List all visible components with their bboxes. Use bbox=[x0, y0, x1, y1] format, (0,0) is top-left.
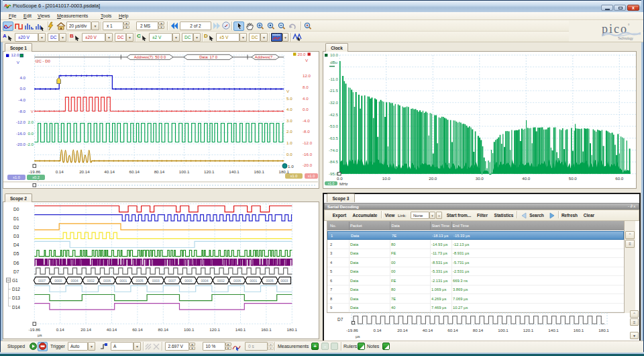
svg-text:D13: D13 bbox=[12, 296, 20, 300]
svg-text:0.14: 0.14 bbox=[56, 327, 65, 332]
svg-text:50.0: 50.0 bbox=[569, 176, 578, 181]
svg-text:D14: D14 bbox=[12, 305, 20, 310]
svg-text:100.1: 100.1 bbox=[179, 169, 190, 174]
svg-text:20.14: 20.14 bbox=[397, 328, 408, 332]
svg-text:160.1: 160.1 bbox=[574, 328, 584, 332]
svg-text:0001: 0001 bbox=[119, 279, 127, 283]
svg-text:10.0: 10.0 bbox=[330, 52, 339, 57]
svg-text:80.14: 80.14 bbox=[158, 327, 169, 332]
svg-text:20.14: 20.14 bbox=[79, 169, 90, 174]
svg-text:1.0: 1.0 bbox=[286, 140, 292, 145]
svg-text:0001: 0001 bbox=[250, 279, 257, 283]
svg-text:20.14: 20.14 bbox=[80, 327, 91, 332]
svg-text:180.1: 180.1 bbox=[287, 327, 298, 332]
svg-text:0.14: 0.14 bbox=[373, 328, 382, 332]
svg-text:10.0: 10.0 bbox=[382, 176, 391, 181]
svg-text:-20.0: -20.0 bbox=[303, 163, 313, 167]
svg-text:80.14: 80.14 bbox=[154, 169, 165, 174]
svg-text:0005: 0005 bbox=[136, 279, 143, 283]
svg-text:D4: D4 bbox=[13, 242, 19, 247]
svg-text:20.0: 20.0 bbox=[429, 176, 437, 181]
svg-text:D2: D2 bbox=[13, 225, 19, 230]
svg-text:-19.86: -19.86 bbox=[29, 327, 41, 332]
svg-text:4.0: 4.0 bbox=[303, 96, 309, 101]
svg-text:160.1: 160.1 bbox=[261, 327, 272, 332]
svg-text:40.14: 40.14 bbox=[104, 169, 115, 174]
svg-text:MHz: MHz bbox=[339, 181, 348, 186]
svg-text:0000: 0000 bbox=[54, 279, 62, 283]
svg-text:2.0: 2.0 bbox=[286, 129, 292, 134]
svg-text:0.0: 0.0 bbox=[303, 107, 309, 112]
svg-text:-4.0: -4.0 bbox=[18, 97, 25, 102]
svg-text:0002: 0002 bbox=[87, 279, 95, 283]
svg-text:0003: 0003 bbox=[152, 279, 160, 283]
svg-text:3.0: 3.0 bbox=[286, 118, 292, 123]
svg-text:0.0: 0.0 bbox=[19, 86, 25, 91]
svg-text:-12.0: -12.0 bbox=[303, 140, 313, 145]
svg-text:-19.86: -19.86 bbox=[29, 169, 41, 174]
svg-text:60.14: 60.14 bbox=[447, 328, 458, 332]
svg-text:100.1: 100.1 bbox=[184, 327, 195, 332]
svg-text:I2C - D0: I2C - D0 bbox=[36, 59, 51, 63]
svg-text:-63.5: -63.5 bbox=[329, 136, 339, 140]
svg-text:G1: G1 bbox=[12, 278, 18, 283]
svg-text:µs: µs bbox=[356, 334, 360, 339]
svg-text:D7: D7 bbox=[337, 317, 343, 322]
svg-text:180.1: 180.1 bbox=[598, 328, 609, 332]
svg-text:0004: 0004 bbox=[201, 279, 208, 283]
svg-text:-11.0: -11.0 bbox=[329, 77, 338, 81]
svg-text:-4.0: -4.0 bbox=[303, 118, 310, 123]
svg-text:4.0: 4.0 bbox=[286, 107, 292, 112]
svg-text:V: V bbox=[31, 109, 34, 114]
svg-text:-74.0: -74.0 bbox=[329, 148, 339, 152]
svg-text:0.0: 0.0 bbox=[28, 131, 34, 136]
svg-text:8.0: 8.0 bbox=[303, 85, 309, 89]
svg-text:0.14: 0.14 bbox=[56, 169, 64, 174]
svg-text:V: V bbox=[17, 60, 20, 64]
svg-text:0006: 0006 bbox=[233, 279, 241, 283]
svg-text:D7: D7 bbox=[13, 269, 19, 274]
svg-text:Address(7): 50 0 0: Address(7): 50 0 0 bbox=[134, 55, 166, 59]
svg-text:140.1: 140.1 bbox=[235, 327, 246, 332]
svg-text:60.14: 60.14 bbox=[129, 169, 140, 174]
svg-text:20.0: 20.0 bbox=[298, 52, 307, 56]
svg-text:-21.5: -21.5 bbox=[329, 88, 339, 93]
svg-text:-53.0: -53.0 bbox=[329, 124, 339, 128]
svg-text:-16.0: -16.0 bbox=[303, 152, 313, 157]
svg-text:0003: 0003 bbox=[280, 279, 288, 283]
svg-text:120.1: 120.1 bbox=[523, 328, 534, 332]
svg-text:0000: 0000 bbox=[184, 279, 192, 283]
svg-text:D6: D6 bbox=[13, 261, 19, 265]
svg-text:D0: D0 bbox=[13, 207, 19, 212]
svg-text:0007: 0007 bbox=[168, 279, 176, 283]
svg-text:-84.5: -84.5 bbox=[329, 159, 339, 164]
svg-text:-16.0: -16.0 bbox=[16, 131, 26, 136]
svg-text:160.1: 160.1 bbox=[254, 169, 264, 174]
svg-text:140.1: 140.1 bbox=[548, 328, 559, 332]
svg-text:40.0: 40.0 bbox=[522, 176, 531, 181]
svg-text:V: V bbox=[305, 58, 309, 62]
svg-text:-8.0: -8.0 bbox=[303, 129, 310, 134]
svg-text:40.14: 40.14 bbox=[107, 327, 117, 332]
svg-text:60.14: 60.14 bbox=[132, 327, 143, 332]
svg-text:Address(7...: Address(7... bbox=[255, 55, 276, 59]
svg-text:80.14: 80.14 bbox=[473, 328, 484, 332]
svg-text:0006: 0006 bbox=[103, 279, 111, 283]
svg-text:V: V bbox=[286, 89, 290, 93]
svg-text:0007: 0007 bbox=[38, 279, 46, 283]
svg-text:0.0: 0.0 bbox=[337, 176, 343, 181]
svg-text:D1: D1 bbox=[13, 216, 19, 221]
svg-text:-12.0: -12.0 bbox=[16, 120, 26, 124]
svg-text:Data: 17 0: Data: 17 0 bbox=[199, 55, 217, 59]
svg-text:-42.5: -42.5 bbox=[329, 112, 339, 117]
svg-text:dBu: dBu bbox=[330, 60, 338, 64]
svg-text:12.0: 12.0 bbox=[303, 73, 311, 78]
svg-text:D12: D12 bbox=[12, 287, 20, 292]
svg-text:-2.0: -2.0 bbox=[26, 142, 34, 146]
svg-text:30.0: 30.0 bbox=[476, 176, 484, 181]
svg-text:60.0: 60.0 bbox=[615, 176, 624, 181]
svg-text:-8.0: -8.0 bbox=[18, 109, 25, 114]
svg-text:0.0: 0.0 bbox=[286, 152, 292, 157]
svg-text:120.1: 120.1 bbox=[209, 327, 220, 332]
svg-text:D3: D3 bbox=[13, 234, 19, 238]
